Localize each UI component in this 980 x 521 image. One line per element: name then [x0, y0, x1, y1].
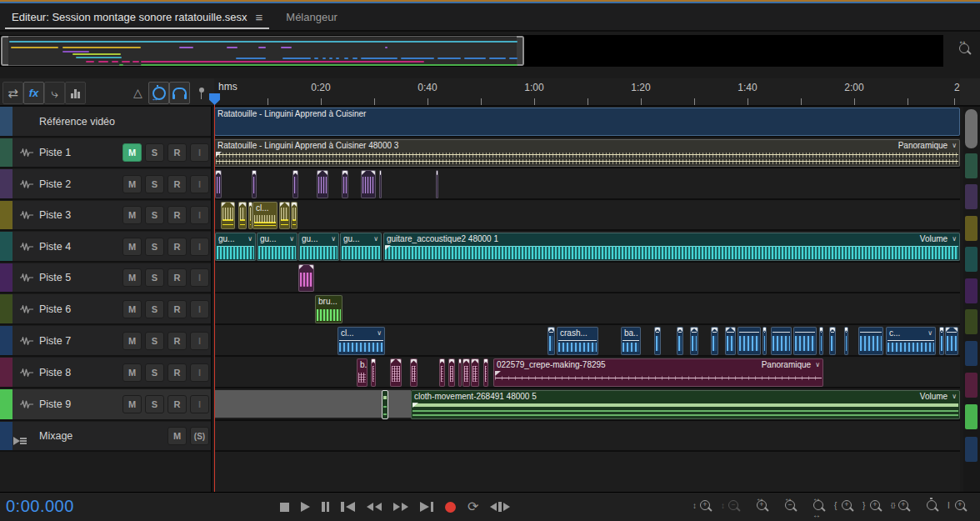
audio-clip[interactable]	[677, 327, 683, 355]
track-solo-button[interactable]: S	[145, 363, 164, 382]
audio-clip-cl-[interactable]: cl...∨	[338, 327, 385, 355]
transport-pause-button[interactable]	[322, 500, 329, 513]
track-solo-button[interactable]: S	[145, 300, 164, 318]
track-mute-button[interactable]: M	[122, 268, 142, 287]
track-record-arm-button[interactable]: R	[168, 206, 187, 224]
audio-clip-cl-[interactable]: cl...	[252, 202, 278, 229]
audio-clip[interactable]	[317, 170, 328, 198]
audio-clip[interactable]	[690, 327, 698, 355]
audio-clip[interactable]	[771, 327, 792, 355]
track-input-monitor-button[interactable]: I	[190, 395, 209, 413]
zoom-amplitude-full-button[interactable]: I+	[949, 498, 969, 516]
track-input-monitor-button[interactable]: I	[190, 238, 209, 256]
transport-go-end-button[interactable]	[420, 500, 434, 513]
track-lane-mixage[interactable]	[214, 422, 960, 452]
zoom-in-amplitude-button[interactable]: ↕+	[694, 498, 714, 516]
audio-clip-ba-[interactable]: ba..	[621, 327, 641, 355]
chevron-down-icon[interactable]: ∨	[289, 233, 294, 244]
audio-clip-guitare-accoustique2-48000-1[interactable]: guitare_accoustique2 48000 1Volume∨	[383, 233, 960, 261]
audio-clip[interactable]	[462, 358, 470, 387]
navigator-right-handle[interactable]	[517, 36, 524, 66]
audio-clip[interactable]	[439, 358, 445, 387]
audio-clip[interactable]	[379, 170, 382, 198]
transport-play-button[interactable]	[301, 500, 310, 513]
audio-clip[interactable]	[548, 327, 555, 355]
audio-clip-022579-crepe-making-78295[interactable]: 022579_crepe-making-78295Panoramique∨	[493, 358, 823, 387]
track-header-piste-4[interactable]: Piste 4MSRI	[0, 232, 212, 263]
track-mute-button[interactable]: M	[122, 363, 142, 382]
audio-clip[interactable]	[858, 327, 883, 355]
audio-clip-b-[interactable]: b...	[357, 358, 368, 387]
zoom-reset-button[interactable]: ↔↔	[808, 498, 828, 516]
track-mute-button[interactable]: M	[122, 175, 142, 193]
audio-clip[interactable]	[945, 327, 958, 355]
track-input-monitor-button[interactable]: I	[190, 175, 209, 193]
track-mute-button[interactable]: M	[122, 143, 142, 162]
chevron-down-icon[interactable]: ∨	[377, 328, 382, 338]
clip-automation-mode-label[interactable]: Volume	[920, 233, 948, 244]
audio-clip[interactable]	[844, 327, 848, 355]
marker-pin-icon[interactable]	[191, 82, 212, 104]
track-header-mixage[interactable]: MixageM(S)	[0, 422, 212, 452]
track-lanes-area[interactable]: Ratatouille - Linguini Apprend à Cuisine…	[214, 107, 960, 492]
zoom-in-out-point-button[interactable]: }+	[864, 498, 884, 516]
track-header-piste-5[interactable]: Piste 5MSRI	[0, 263, 212, 293]
audio-clip-crash-[interactable]: crash...	[557, 327, 598, 355]
zoom-out-amplitude-button[interactable]: ↕−	[722, 498, 742, 516]
zoom-to-playhead-button[interactable]	[921, 498, 941, 516]
track-input-monitor-button[interactable]: I	[190, 300, 209, 318]
navigator-left-handle[interactable]	[1, 36, 8, 66]
split-route-icon[interactable]: ⤷	[44, 82, 65, 104]
track-record-arm-button[interactable]: R	[168, 238, 187, 256]
zoom-navigator-strip[interactable]	[0, 35, 943, 67]
track-record-arm-button[interactable]: R	[168, 268, 187, 287]
transport-stop-button[interactable]	[280, 500, 289, 513]
audio-clip[interactable]	[939, 327, 944, 355]
audio-clip-c-[interactable]: c...∨	[886, 327, 936, 355]
audio-clip[interactable]	[298, 264, 314, 292]
audio-clip[interactable]	[291, 202, 298, 229]
track-header-piste-9[interactable]: Piste 9MSRI	[0, 389, 212, 421]
audio-clip-cloth-movement-268491-48000-5[interactable]: cloth-movement-268491 48000 5Volume∨	[411, 390, 960, 419]
track-lane-piste-5[interactable]	[214, 263, 960, 293]
track-solo-button[interactable]: S	[145, 238, 164, 256]
clip-automation-mode-label[interactable]: Panoramique	[762, 359, 811, 370]
audio-clip[interactable]	[252, 170, 257, 198]
audio-clip-gu-[interactable]: gu...∨	[215, 233, 256, 261]
track-header-piste-8[interactable]: Piste 8MSRI	[0, 358, 212, 388]
audio-clip-gu-[interactable]: gu...∨	[298, 233, 339, 261]
clip-automation-mode-label[interactable]: Panoramique	[898, 140, 948, 151]
track-record-arm-button[interactable]: R	[168, 175, 187, 193]
audio-clip[interactable]	[436, 170, 438, 198]
audio-clip[interactable]	[711, 327, 718, 355]
audio-clip[interactable]	[738, 327, 761, 355]
audio-clip[interactable]	[483, 358, 488, 387]
metering-bars-icon[interactable]	[65, 82, 86, 104]
vertical-scrollbar[interactable]	[963, 107, 980, 492]
audio-clip[interactable]	[471, 358, 479, 387]
chevron-down-icon[interactable]: ∨	[331, 233, 336, 244]
clip-automation-mode-label[interactable]: Volume	[920, 391, 948, 402]
audio-clip[interactable]	[725, 327, 736, 355]
audio-clip[interactable]	[361, 170, 376, 198]
chevron-down-icon[interactable]: ∨	[952, 233, 957, 244]
chevron-down-icon[interactable]: ∨	[248, 233, 252, 244]
audio-clip-ratatouille-linguini-apprend-cuisiner[interactable]: Ratatouille - Linguini Apprend à Cuisine…	[214, 108, 960, 136]
zoom-in-in-point-button[interactable]: {+	[836, 498, 856, 516]
audio-clip[interactable]	[793, 327, 817, 355]
track-solo-button[interactable]: S	[145, 175, 164, 193]
audio-clip[interactable]	[819, 327, 823, 355]
transport-loop-button[interactable]: ⟳	[468, 500, 478, 513]
track-input-monitor-button[interactable]: I	[190, 332, 209, 350]
track-mute-button[interactable]: M	[122, 238, 142, 256]
audio-clip[interactable]	[221, 202, 235, 229]
audio-clip[interactable]	[410, 358, 418, 387]
track-lane-piste-3[interactable]	[214, 201, 960, 231]
tab-editor[interactable]: Editeur: Session montage sonore ratatoui…	[0, 3, 274, 30]
chevron-down-icon[interactable]: ∨	[952, 140, 957, 151]
audio-clip[interactable]	[279, 202, 290, 229]
chevron-down-icon[interactable]: ∨	[952, 391, 957, 402]
track-input-monitor-button[interactable]: I	[190, 143, 209, 162]
transport-fast-forward-button[interactable]	[393, 500, 408, 513]
audio-clip[interactable]	[390, 358, 402, 387]
